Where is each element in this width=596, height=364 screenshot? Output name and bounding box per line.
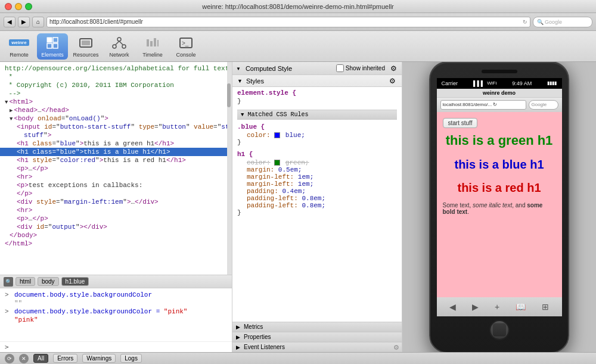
dom-line: <p>…</p> bbox=[0, 214, 227, 223]
status-stop-icon: ✕ bbox=[19, 354, 29, 363]
dom-line: </body> bbox=[0, 231, 227, 239]
dom-line: <p>test exceptions in callbacks: bbox=[0, 181, 227, 189]
properties-section[interactable]: Properties bbox=[232, 332, 402, 342]
event-listeners-gear[interactable]: ⚙ bbox=[393, 344, 399, 351]
address-field[interactable]: http://localhost:8081/client/#pmuellr ↻ bbox=[46, 17, 530, 27]
dom-line-selected[interactable]: <h1 class="blue">this is a blue h1</h1> bbox=[0, 148, 227, 156]
dom-line: <div id="output"></div> bbox=[0, 223, 227, 231]
iphone-start-button[interactable]: start stuff bbox=[443, 118, 478, 128]
styles-subheader[interactable]: Styles ⚙ bbox=[232, 75, 402, 87]
metrics-section[interactable]: Metrics bbox=[232, 322, 402, 332]
dom-line: <h1 style="color:red">this is a red h1</… bbox=[0, 156, 227, 164]
status-errors-btn[interactable]: Errors bbox=[53, 354, 77, 363]
dom-line: --> bbox=[0, 89, 227, 98]
iphone-nav-bar[interactable]: ◀ ▶ + 📖 ⊞ bbox=[437, 297, 562, 316]
search-icon: 🔍 bbox=[537, 19, 544, 25]
console-line: "pink" bbox=[5, 316, 227, 324]
svg-rect-11 bbox=[147, 39, 149, 46]
styles-gear-button[interactable]: ⚙ bbox=[387, 76, 397, 86]
svg-rect-0 bbox=[47, 38, 52, 42]
iphone-screen: Carrier ▌▌▌ WiFi 9:49 AM ▮▮▮▮ weinre dem… bbox=[437, 78, 562, 316]
console-command: document.body.style.backgroundColor bbox=[14, 291, 152, 298]
signal-area: ▌▌▌ WiFi bbox=[473, 80, 496, 86]
dom-tree[interactable]: http://opensource.org/licenses/alphabeti… bbox=[0, 62, 227, 275]
svg-point-7 bbox=[113, 45, 116, 48]
maximize-button[interactable] bbox=[25, 3, 32, 10]
breadcrumb-html[interactable]: html bbox=[15, 277, 35, 286]
home-button[interactable]: ⌂ bbox=[32, 17, 44, 27]
elements-tab[interactable]: Elements bbox=[37, 33, 68, 60]
svg-rect-1 bbox=[53, 38, 58, 42]
window-controls[interactable] bbox=[5, 3, 32, 10]
computed-style-label: Computed Style bbox=[246, 65, 292, 72]
timeline-tab[interactable]: Timeline bbox=[137, 33, 168, 60]
status-logs-btn[interactable]: Logs bbox=[120, 354, 142, 363]
css-close: } bbox=[237, 209, 397, 216]
status-warnings-btn[interactable]: Warnings bbox=[82, 354, 116, 363]
event-listeners-section[interactable]: Event Listeners ⚙ bbox=[232, 342, 402, 352]
css-prop-line: color: blue; bbox=[237, 132, 397, 139]
show-inherited-toggle[interactable]: Show inherited bbox=[336, 64, 385, 72]
css-prop-line: margin-left: 1em; bbox=[237, 181, 397, 188]
iphone-browser-bar: localhost:8081/demo/... ↻ Google bbox=[437, 98, 562, 112]
window-title: weinre: http://localhost:8081/demo/weinr… bbox=[202, 3, 394, 10]
iphone-plus-btn[interactable]: + bbox=[495, 302, 499, 312]
dom-line: <html> bbox=[0, 98, 227, 106]
css-value: blue; bbox=[285, 132, 305, 139]
forward-button[interactable]: ▶ bbox=[18, 17, 30, 27]
css-close: } bbox=[237, 98, 397, 105]
css-prop-line: color: green; bbox=[237, 159, 397, 166]
back-button[interactable]: ◀ bbox=[4, 17, 15, 27]
iphone-share-btn[interactable]: ⊞ bbox=[542, 302, 549, 312]
console-tab[interactable]: >_ Console bbox=[170, 33, 201, 60]
iphone-home-button[interactable] bbox=[489, 320, 510, 340]
iphone-body-text: Some text, some italic text, and some bo… bbox=[443, 202, 556, 215]
css-selector: .blue { bbox=[237, 123, 397, 130]
css-prop-line: margin: 0.5em; bbox=[237, 166, 397, 173]
dom-line: stuff"> bbox=[0, 131, 227, 139]
iphone-url-field[interactable]: localhost:8081/demo/... ↻ bbox=[440, 100, 526, 110]
show-inherited-checkbox[interactable] bbox=[336, 64, 344, 72]
iphone-refresh-icon[interactable]: ↻ bbox=[493, 102, 497, 107]
status-circle-icon: ⟳ bbox=[5, 354, 14, 363]
styles-toggle[interactable] bbox=[237, 78, 243, 84]
phone-panel: Carrier ▌▌▌ WiFi 9:49 AM ▮▮▮▮ weinre dem… bbox=[402, 62, 596, 352]
iphone-search-field[interactable]: Google bbox=[529, 100, 558, 110]
svg-point-8 bbox=[122, 45, 126, 48]
iphone-status-bar: Carrier ▌▌▌ WiFi 9:49 AM ▮▮▮▮ bbox=[437, 78, 562, 89]
remote-icon: weinre bbox=[11, 35, 27, 51]
iphone-book-btn[interactable]: 📖 bbox=[516, 302, 526, 312]
breadcrumb-search-icon[interactable]: 🔍 bbox=[4, 277, 13, 287]
css-prop-line: padding-left: 0.8em; bbox=[237, 195, 397, 202]
iphone-back-btn[interactable]: ◀ bbox=[449, 302, 456, 312]
resources-tab[interactable]: Resources bbox=[70, 33, 101, 60]
computed-gear-button[interactable]: ⚙ bbox=[389, 64, 398, 73]
breadcrumb-h1[interactable]: h1.blue bbox=[61, 277, 89, 286]
status-bar: ⟳ ✕ All Errors Warnings Logs bbox=[0, 352, 596, 364]
search-field[interactable]: 🔍 Google bbox=[533, 17, 592, 27]
console-line: "" bbox=[5, 299, 227, 307]
close-button[interactable] bbox=[5, 3, 12, 10]
toolbar: weinre Remote Elements Resources Network… bbox=[0, 31, 596, 62]
css-rule-h1: h1 { color: green; margin: 0.5em; margin… bbox=[237, 151, 397, 216]
dom-scrollbar[interactable] bbox=[227, 62, 232, 275]
computed-style-toggle[interactable] bbox=[236, 66, 241, 71]
console-command: document.body.style.backgroundColor = "p… bbox=[14, 308, 187, 315]
iphone-forward-btn[interactable]: ▶ bbox=[472, 302, 479, 312]
matched-css-section[interactable]: Matched CSS Rules bbox=[237, 110, 397, 120]
console-prompt[interactable]: > bbox=[0, 341, 232, 352]
refresh-button[interactable]: ↻ bbox=[523, 19, 527, 25]
console-panel: 🔍 html body h1.blue > document.body.styl… bbox=[0, 275, 232, 352]
minimize-button[interactable] bbox=[15, 3, 22, 10]
dom-panel-scroll-area: http://opensource.org/licenses/alphabeti… bbox=[0, 62, 232, 275]
carrier-text: Carrier bbox=[442, 80, 458, 86]
status-all-btn[interactable]: All bbox=[33, 354, 48, 363]
styles-label: Styles bbox=[246, 77, 264, 85]
breadcrumb-body[interactable]: body bbox=[38, 277, 59, 286]
network-tab[interactable]: Network bbox=[104, 33, 135, 60]
svg-rect-2 bbox=[47, 43, 52, 48]
iphone-h1-green: this is a green h1 bbox=[443, 133, 556, 148]
remote-tab[interactable]: weinre Remote bbox=[4, 33, 35, 60]
color-swatch bbox=[274, 132, 280, 138]
computed-style-header[interactable]: Computed Style Show inherited ⚙ bbox=[232, 62, 402, 75]
